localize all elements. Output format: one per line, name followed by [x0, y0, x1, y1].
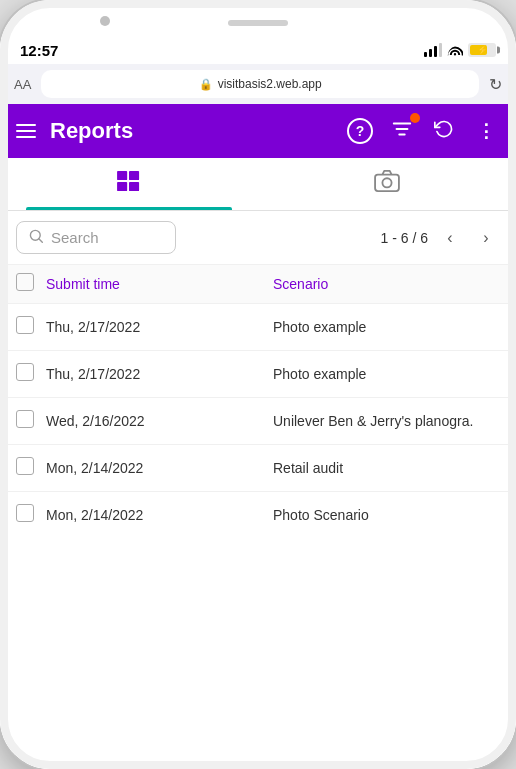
table-row: Mon, 2/14/2022 Retail audit — [0, 445, 516, 492]
row-scenario: Photo example — [273, 366, 500, 382]
help-icon: ? — [347, 118, 373, 144]
status-bar: 12:57 ⚡ — [0, 36, 516, 64]
svg-rect-4 — [129, 171, 139, 180]
svg-point-8 — [382, 178, 391, 187]
browser-reload-button[interactable]: ↻ — [489, 75, 502, 94]
header-left: Reports — [16, 118, 133, 144]
row-scenario: Photo example — [273, 319, 500, 335]
table-row: Mon, 2/14/2022 Photo Scenario — [0, 492, 516, 538]
page-title: Reports — [50, 118, 133, 144]
battery-icon: ⚡ — [468, 43, 496, 57]
status-icons: ⚡ — [424, 42, 496, 59]
help-button[interactable]: ? — [346, 117, 374, 145]
tab-grid[interactable] — [0, 158, 258, 210]
refresh-icon — [434, 119, 454, 144]
front-camera — [100, 16, 110, 26]
row-date: Thu, 2/17/2022 — [46, 366, 273, 382]
header-checkbox-cell — [16, 273, 46, 295]
search-box[interactable]: Search — [16, 221, 176, 254]
row-date: Wed, 2/16/2022 — [46, 413, 273, 429]
browser-aa[interactable]: AA — [14, 77, 31, 92]
more-icon: ⋮ — [477, 120, 495, 142]
header-checkbox[interactable] — [16, 273, 34, 291]
camera-icon — [374, 170, 400, 198]
column-header-submit-time[interactable]: Submit time — [46, 276, 273, 292]
pagination: 1 - 6 / 6 ‹ › — [381, 224, 500, 252]
pagination-text: 1 - 6 / 6 — [381, 230, 428, 246]
header-right: ? — [346, 117, 500, 145]
browser-url-bar[interactable]: 🔒 visitbasis2.web.app — [41, 70, 479, 98]
refresh-button[interactable] — [430, 117, 458, 145]
notch-area — [0, 0, 516, 36]
tab-bar — [0, 158, 516, 211]
pagination-next-button[interactable]: › — [472, 224, 500, 252]
content-area: Search 1 - 6 / 6 ‹ › Submit time Scenari… — [0, 211, 516, 769]
filter-badge — [410, 113, 420, 123]
row-checkbox-cell — [16, 363, 46, 385]
toolbar-row: Search 1 - 6 / 6 ‹ › — [0, 211, 516, 265]
signal-bars-icon — [424, 43, 442, 57]
status-time: 12:57 — [20, 42, 58, 59]
hamburger-menu-button[interactable] — [16, 124, 36, 138]
row-checkbox-cell — [16, 410, 46, 432]
svg-rect-3 — [117, 171, 127, 180]
table-row: Wed, 2/16/2022 Unilever Ben & Jerry's pl… — [0, 398, 516, 445]
row-date: Mon, 2/14/2022 — [46, 460, 273, 476]
lock-icon: 🔒 — [199, 78, 213, 91]
phone-frame: 12:57 ⚡ AA 🔒 visitbasis2.web.app — [0, 0, 516, 769]
row-scenario: Unilever Ben & Jerry's planogra. — [273, 413, 500, 429]
svg-rect-5 — [117, 182, 127, 191]
table-header: Submit time Scenario — [0, 265, 516, 304]
pagination-prev-button[interactable]: ‹ — [436, 224, 464, 252]
row-checkbox[interactable] — [16, 504, 34, 522]
filter-icon — [391, 118, 413, 145]
app-header: Reports ? — [0, 104, 516, 158]
row-date: Thu, 2/17/2022 — [46, 319, 273, 335]
search-icon — [29, 229, 43, 246]
table-rows: Thu, 2/17/2022 Photo example Thu, 2/17/2… — [0, 304, 516, 538]
row-scenario: Retail audit — [273, 460, 500, 476]
svg-line-10 — [39, 239, 43, 243]
wifi-icon — [447, 42, 463, 59]
svg-rect-7 — [375, 175, 399, 192]
table-row: Thu, 2/17/2022 Photo example — [0, 351, 516, 398]
row-checkbox[interactable] — [16, 363, 34, 381]
search-placeholder: Search — [51, 229, 99, 246]
speaker — [228, 20, 288, 26]
row-checkbox[interactable] — [16, 316, 34, 334]
svg-rect-6 — [129, 182, 139, 191]
row-checkbox-cell — [16, 504, 46, 526]
column-header-scenario[interactable]: Scenario — [273, 276, 500, 292]
row-scenario: Photo Scenario — [273, 507, 500, 523]
row-checkbox-cell — [16, 457, 46, 479]
browser-bar: AA 🔒 visitbasis2.web.app ↻ — [0, 64, 516, 104]
more-options-button[interactable]: ⋮ — [472, 117, 500, 145]
row-checkbox-cell — [16, 316, 46, 338]
row-date: Mon, 2/14/2022 — [46, 507, 273, 523]
tab-camera[interactable] — [258, 158, 516, 210]
table-row: Thu, 2/17/2022 Photo example — [0, 304, 516, 351]
row-checkbox[interactable] — [16, 457, 34, 475]
row-checkbox[interactable] — [16, 410, 34, 428]
grid-icon — [116, 170, 142, 198]
filter-button[interactable] — [388, 117, 416, 145]
browser-url-text: visitbasis2.web.app — [218, 77, 322, 91]
